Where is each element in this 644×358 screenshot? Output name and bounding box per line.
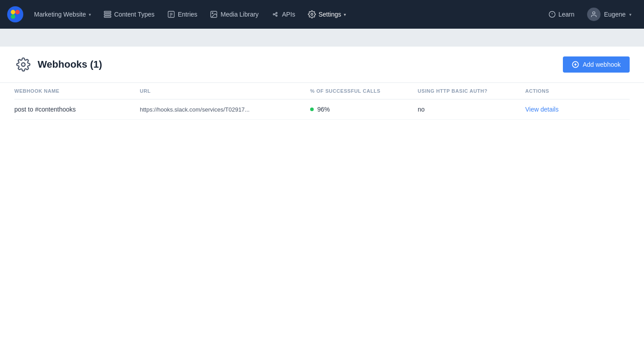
add-webhook-button[interactable]: Add webhook xyxy=(563,56,630,73)
svg-point-14 xyxy=(273,14,275,15)
top-navigation: Marketing Website ▾ Content Types Entrie… xyxy=(0,0,644,29)
nav-entries-label: Entries xyxy=(178,11,198,18)
user-name-label: Eugene xyxy=(604,11,626,18)
svg-point-4 xyxy=(15,14,20,19)
app-logo[interactable] xyxy=(7,6,23,22)
col-header-actions: ACTIONS xyxy=(525,88,630,94)
page-title-area: Webhooks (1) xyxy=(14,56,102,73)
user-chevron-icon: ▾ xyxy=(629,12,631,17)
cell-webhook-name: post to #contenthooks xyxy=(14,106,140,113)
col-header-success-calls: % OF SUCCESSFUL CALLS xyxy=(310,88,418,94)
settings-chevron-icon: ▾ xyxy=(344,12,346,17)
nav-media-library-label: Media Library xyxy=(220,11,259,18)
svg-rect-5 xyxy=(104,11,111,13)
nav-user[interactable]: Eugene ▾ xyxy=(582,4,637,25)
nav-item-content-types[interactable]: Content Types xyxy=(98,7,160,22)
page-header: Webhooks (1) Add webhook xyxy=(0,47,644,83)
webhooks-gear-icon xyxy=(14,56,32,73)
col-header-url: URL xyxy=(140,88,310,94)
webhooks-table: WEBHOOK NAME URL % OF SUCCESSFUL CALLS U… xyxy=(0,83,644,120)
svg-point-2 xyxy=(15,10,20,14)
col-header-http-auth: USING HTTP BASIC AUTH? xyxy=(418,88,525,94)
success-indicator-icon xyxy=(310,108,314,111)
cell-actions: View details xyxy=(525,106,630,113)
svg-rect-6 xyxy=(104,14,111,15)
workspace-selector[interactable]: Marketing Website ▾ xyxy=(29,7,96,22)
svg-point-16 xyxy=(276,15,277,17)
col-header-webhook-name: WEBHOOK NAME xyxy=(14,88,140,94)
view-details-link[interactable]: View details xyxy=(525,106,558,113)
sub-bar xyxy=(0,29,644,47)
nav-settings-label: Settings xyxy=(319,11,341,18)
svg-point-15 xyxy=(276,13,277,14)
svg-point-1 xyxy=(11,10,15,14)
nav-content-types-label: Content Types xyxy=(114,11,155,18)
nav-item-entries[interactable]: Entries xyxy=(162,7,203,22)
workspace-label: Marketing Website xyxy=(34,11,86,18)
svg-point-24 xyxy=(22,63,25,66)
svg-point-3 xyxy=(11,14,15,19)
success-percent-value: 96% xyxy=(317,106,330,113)
page-title: Webhooks (1) xyxy=(38,59,102,70)
svg-rect-8 xyxy=(168,11,174,17)
cell-url: https://hooks.slack.com/services/T02917.… xyxy=(140,106,310,113)
cell-success-calls: 96% xyxy=(310,106,418,113)
workspace-chevron-icon: ▾ xyxy=(89,12,91,17)
nav-item-settings[interactable]: Settings ▾ xyxy=(303,7,352,22)
avatar xyxy=(587,8,601,21)
add-webhook-label: Add webhook xyxy=(583,61,621,68)
table-row: post to #contenthooks https://hooks.slac… xyxy=(14,99,630,120)
table-header: WEBHOOK NAME URL % OF SUCCESSFUL CALLS U… xyxy=(14,83,630,99)
cell-http-auth: no xyxy=(418,106,525,113)
nav-learn[interactable]: Learn xyxy=(543,7,580,22)
page-content: Webhooks (1) Add webhook WEBHOOK NAME UR… xyxy=(0,47,644,358)
svg-rect-7 xyxy=(104,16,111,17)
nav-learn-label: Learn xyxy=(558,11,575,18)
svg-line-18 xyxy=(275,14,276,15)
svg-point-19 xyxy=(311,13,313,16)
svg-point-0 xyxy=(7,6,23,22)
nav-item-apis[interactable]: APIs xyxy=(266,7,301,22)
svg-point-23 xyxy=(592,12,595,14)
nav-item-media-library[interactable]: Media Library xyxy=(204,7,264,22)
svg-point-13 xyxy=(212,13,213,13)
nav-apis-label: APIs xyxy=(282,11,295,18)
